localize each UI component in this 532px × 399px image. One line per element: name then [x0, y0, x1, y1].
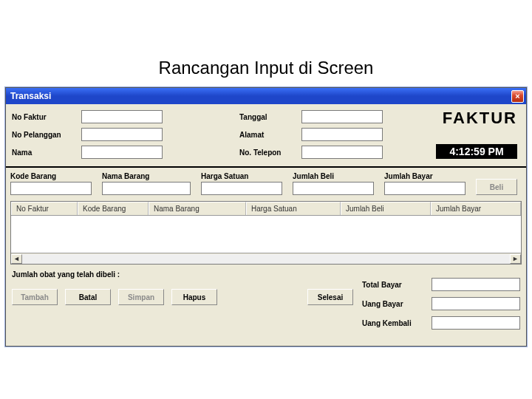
kode-barang-label: Kode Barang — [10, 172, 92, 180]
nama-label: Nama — [12, 149, 78, 157]
beli-button[interactable]: Beli — [476, 179, 517, 195]
close-icon: × — [515, 92, 519, 100]
grid-header-jumlah-bayar[interactable]: Jumlah Bayar — [431, 202, 521, 215]
scroll-left-icon[interactable]: ◄ — [11, 254, 22, 264]
titlebar: Transaksi × — [6, 88, 526, 104]
grid-header-no-faktur[interactable]: No Faktur — [11, 202, 78, 215]
window-title: Transaksi — [10, 91, 511, 101]
tambah-button[interactable]: Tambah — [12, 289, 58, 305]
scroll-right-icon[interactable]: ► — [510, 254, 521, 264]
nama-barang-input[interactable] — [102, 182, 191, 195]
no-pelanggan-label: No Pelanggan — [12, 131, 78, 139]
batal-button[interactable]: Batal — [65, 289, 111, 305]
horizontal-scrollbar[interactable]: ◄ ► — [11, 253, 521, 264]
nama-barang-label: Nama Barang — [102, 172, 191, 180]
grid-header-row: No Faktur Kode Barang Nama Barang Harga … — [11, 202, 521, 216]
total-bayar-label: Total Bayar — [362, 281, 426, 289]
grid-header-jumlah-beli[interactable]: Jumlah Beli — [341, 202, 431, 215]
item-entry-row: Kode Barang Nama Barang Harga Satuan Jum… — [6, 168, 526, 200]
jumlah-beli-label: Jumlah Beli — [293, 172, 374, 180]
jumlah-bayar-input[interactable] — [384, 182, 466, 195]
selesai-button[interactable]: Selesai — [307, 289, 353, 305]
tanggal-input[interactable] — [301, 110, 383, 123]
alamat-input[interactable] — [301, 128, 383, 141]
form-header-area: No Faktur Tanggal No Pelanggan Alamat Na… — [6, 104, 526, 168]
uang-kembali-label: Uang Kembali — [362, 319, 426, 327]
grid-header-kode-barang[interactable]: Kode Barang — [78, 202, 149, 215]
faktur-heading: FAKTUR — [443, 109, 517, 128]
hapus-button[interactable]: Hapus — [171, 289, 217, 305]
grid-header-harga-satuan[interactable]: Harga Satuan — [246, 202, 341, 215]
totals-panel: Total Bayar Uang Bayar Uang Kembali — [362, 278, 520, 330]
items-grid[interactable]: No Faktur Kode Barang Nama Barang Harga … — [10, 201, 522, 265]
uang-bayar-label: Uang Bayar — [362, 300, 426, 308]
summary-area: Jumlah obat yang telah dibeli : Tambah B… — [6, 265, 526, 346]
no-faktur-label: No Faktur — [12, 113, 78, 121]
grid-header-nama-barang[interactable]: Nama Barang — [149, 202, 246, 215]
simpan-button[interactable]: Simpan — [118, 289, 164, 305]
alamat-label: Alamat — [239, 131, 299, 139]
transaction-window: Transaksi × No Faktur Tanggal No Pelangg… — [5, 87, 527, 347]
scroll-track[interactable] — [22, 254, 510, 264]
jumlah-bayar-label: Jumlah Bayar — [384, 172, 466, 180]
no-faktur-input[interactable] — [81, 110, 163, 123]
no-pelanggan-input[interactable] — [81, 128, 163, 141]
uang-bayar-input[interactable] — [432, 297, 520, 310]
close-button[interactable]: × — [511, 90, 524, 103]
clock-display: 4:12:59 PM — [436, 144, 517, 159]
harga-satuan-label: Harga Satuan — [201, 172, 282, 180]
jumlah-beli-input[interactable] — [293, 182, 374, 195]
harga-satuan-input[interactable] — [201, 182, 282, 195]
slide-title: Rancangan Input di Screen — [0, 58, 532, 78]
uang-kembali-input[interactable] — [432, 316, 520, 330]
telepon-input[interactable] — [301, 146, 383, 159]
telepon-label: No. Telepon — [239, 149, 299, 157]
nama-input[interactable] — [81, 146, 163, 159]
kode-barang-input[interactable] — [10, 182, 92, 195]
total-bayar-input[interactable] — [432, 278, 520, 291]
tanggal-label: Tanggal — [239, 113, 299, 121]
